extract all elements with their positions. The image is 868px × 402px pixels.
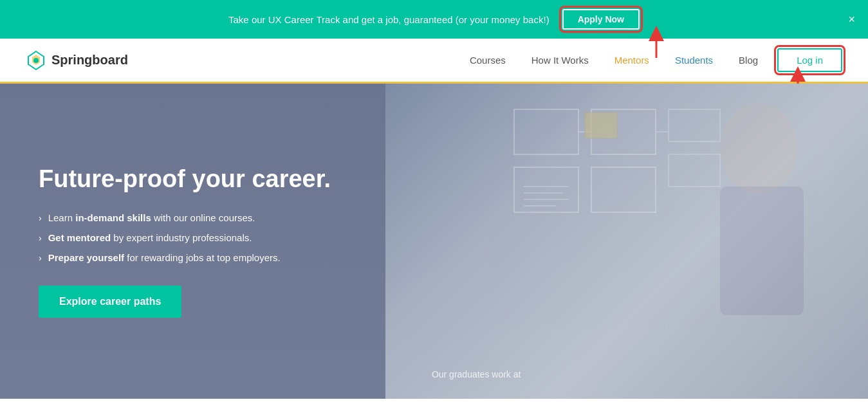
bullet-3: › Prepare yourself for rewarding jobs at… [39,252,331,263]
logo-link[interactable]: Springboard [26,50,128,71]
svg-rect-15 [585,113,617,138]
hero-title: Future-proof your career. [39,165,331,193]
nav-blog[interactable]: Blog [739,55,758,66]
svg-rect-8 [591,167,656,212]
svg-rect-5 [514,109,578,154]
graduates-text: Our graduates work at [432,369,521,379]
nav-students[interactable]: Students [675,55,713,66]
explore-career-paths-button[interactable]: Explore career paths [39,286,181,318]
bullet-1: › Learn in-demand skills with our online… [39,212,331,223]
nav-courses[interactable]: Courses [470,55,506,66]
apply-now-button[interactable]: Apply Now [562,9,640,30]
bullet-arrow-2: › [39,233,42,243]
svg-point-13 [720,103,797,193]
nav-mentors[interactable]: Mentors [614,55,649,66]
hero-bullets: › Learn in-demand skills with our online… [39,212,331,263]
hero-content: Future-proof your career. › Learn in-dem… [0,165,369,318]
hero-section: Future-proof your career. › Learn in-dem… [0,84,868,399]
whiteboard-sketch [385,84,868,399]
svg-rect-10 [669,154,720,187]
navbar: Springboard Courses How It Works Mentors… [0,39,868,84]
bullet-1-text: Learn in-demand skills with our online c… [48,212,255,223]
svg-rect-14 [720,187,804,315]
banner-text: Take our UX Career Track and get a job, … [228,14,549,25]
bullet-arrow-1: › [39,213,42,223]
promo-banner: Take our UX Career Track and get a job, … [0,0,868,39]
login-button[interactable]: Log in [777,48,842,72]
bullet-2-text: Get mentored by expert industry professi… [48,232,252,243]
logo-text: Springboard [51,53,128,68]
svg-rect-9 [669,109,720,142]
close-banner-button[interactable]: × [848,13,855,26]
hero-image [385,84,868,399]
bullet-2: › Get mentored by expert industry profes… [39,232,331,243]
bullet-arrow-3: › [39,253,42,263]
svg-point-2 [33,58,39,63]
nav-links: Courses How It Works Mentors Students Bl… [470,55,758,66]
logo-icon [26,50,46,71]
bullet-3-text: Prepare yourself for rewarding jobs at t… [48,252,281,263]
nav-how-it-works[interactable]: How It Works [531,55,589,66]
